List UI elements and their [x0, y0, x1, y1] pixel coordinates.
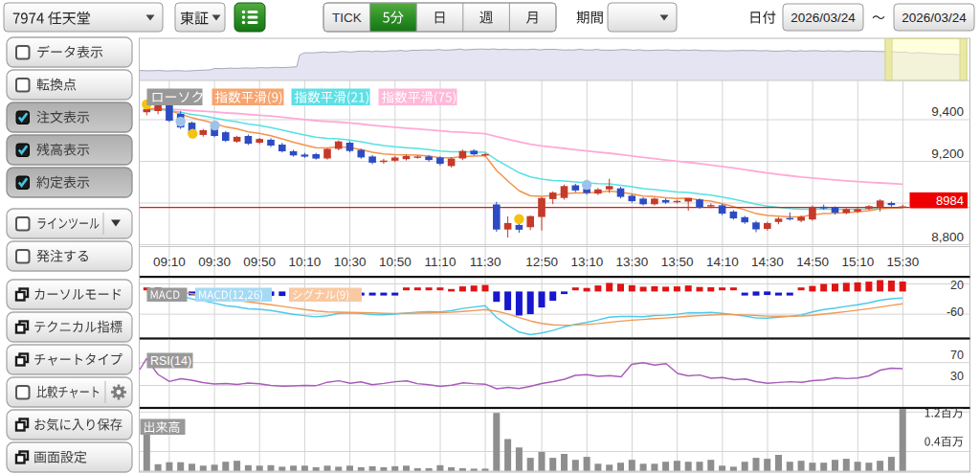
svg-text:14:10: 14:10	[706, 255, 739, 269]
svg-text:09:30: 09:30	[198, 255, 231, 269]
svg-text:9,200: 9,200	[931, 147, 964, 161]
svg-text:20: 20	[950, 279, 964, 292]
svg-text:13:50: 13:50	[661, 255, 694, 269]
svg-text:14:50: 14:50	[796, 255, 829, 269]
svg-text:TICK: TICK	[332, 11, 362, 25]
svg-text:15:10: 15:10	[841, 255, 874, 269]
svg-text:10:30: 10:30	[334, 255, 367, 269]
svg-text:11:30: 11:30	[470, 255, 501, 269]
svg-text:11:10: 11:10	[425, 255, 457, 269]
svg-text:70: 70	[950, 349, 964, 362]
svg-text:RSI(14): RSI(14)	[150, 354, 191, 368]
svg-text:13:30: 13:30	[616, 255, 649, 269]
svg-text:13:10: 13:10	[570, 255, 603, 269]
svg-text:14:30: 14:30	[751, 255, 784, 269]
svg-text:30: 30	[950, 370, 964, 383]
svg-text:8984: 8984	[936, 193, 964, 208]
svg-text:09:50: 09:50	[243, 255, 276, 269]
svg-text:10:10: 10:10	[289, 255, 322, 269]
svg-text:-60: -60	[947, 305, 964, 319]
svg-text:12:50: 12:50	[525, 255, 558, 269]
svg-text:2026/03/24: 2026/03/24	[902, 11, 967, 25]
svg-text:09:10: 09:10	[153, 255, 186, 269]
svg-text:2026/03/24: 2026/03/24	[791, 11, 856, 25]
svg-text:8,800: 8,800	[931, 230, 964, 244]
svg-text:10:50: 10:50	[379, 255, 412, 269]
svg-text:9,400: 9,400	[931, 104, 964, 119]
svg-text:15:30: 15:30	[887, 255, 920, 269]
